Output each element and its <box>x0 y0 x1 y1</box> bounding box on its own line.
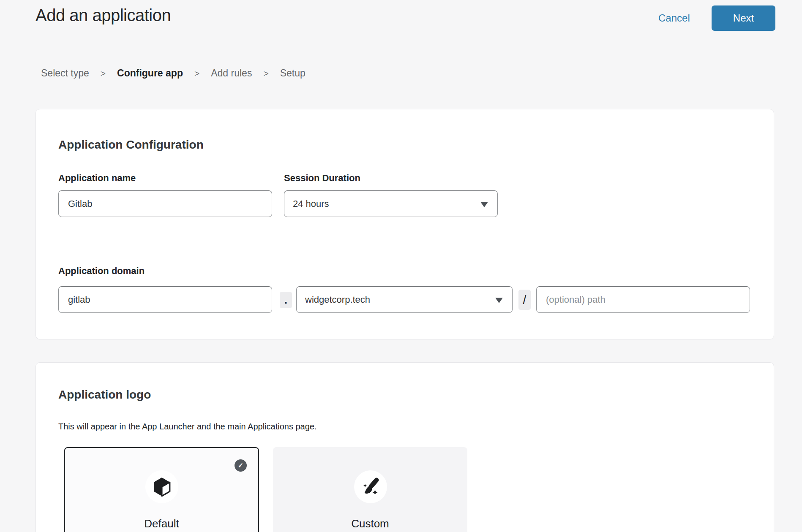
chevron-down-icon <box>495 298 503 303</box>
breadcrumb-separator: > <box>263 68 268 79</box>
session-duration-select[interactable]: 24 hours <box>284 190 498 217</box>
logo-option-custom[interactable]: Custom <box>273 447 467 532</box>
domain-slash-separator: / <box>518 290 531 310</box>
domain-dot-separator: . <box>280 292 292 308</box>
application-logo-title: Application logo <box>58 388 151 402</box>
breadcrumb-step-add-rules[interactable]: Add rules <box>211 68 252 79</box>
application-logo-description: This will appear in the App Launcher and… <box>58 422 317 432</box>
add-application-page: Add an application Cancel Next Select ty… <box>0 0 802 532</box>
logo-option-default[interactable]: ✓ Default <box>64 447 259 532</box>
cancel-button[interactable]: Cancel <box>658 12 690 24</box>
path-input[interactable] <box>536 286 750 313</box>
breadcrumb-separator: > <box>194 68 199 79</box>
application-name-input[interactable] <box>58 190 272 217</box>
logo-option-custom-label: Custom <box>274 517 466 530</box>
application-logo-card: Application logo This will appear in the… <box>35 362 774 532</box>
session-duration-label: Session Duration <box>284 173 360 184</box>
paintbrush-icon <box>360 477 381 497</box>
chevron-down-icon <box>480 202 488 207</box>
cube-icon <box>153 477 171 497</box>
subdomain-input[interactable] <box>58 286 272 313</box>
next-button[interactable]: Next <box>712 5 775 31</box>
application-domain-label: Application domain <box>58 266 145 277</box>
breadcrumb-separator: > <box>101 68 106 79</box>
domain-select[interactable]: widgetcorp.tech <box>296 286 513 313</box>
custom-logo-circle <box>354 470 387 503</box>
page-title: Add an application <box>35 6 171 25</box>
application-name-label: Application name <box>58 173 136 184</box>
breadcrumb: Select type > Configure app > Add rules … <box>41 68 306 79</box>
logo-option-default-label: Default <box>65 517 258 530</box>
application-configuration-title: Application Configuration <box>58 138 204 152</box>
breadcrumb-step-select-type[interactable]: Select type <box>41 68 89 79</box>
application-configuration-card: Application Configuration Application na… <box>35 109 774 339</box>
default-logo-circle <box>145 470 178 503</box>
breadcrumb-step-configure-app[interactable]: Configure app <box>117 68 183 79</box>
domain-select-value: widgetcorp.tech <box>297 294 370 305</box>
selected-check-icon: ✓ <box>235 459 247 472</box>
session-duration-value: 24 hours <box>284 198 329 209</box>
breadcrumb-step-setup[interactable]: Setup <box>280 68 306 79</box>
